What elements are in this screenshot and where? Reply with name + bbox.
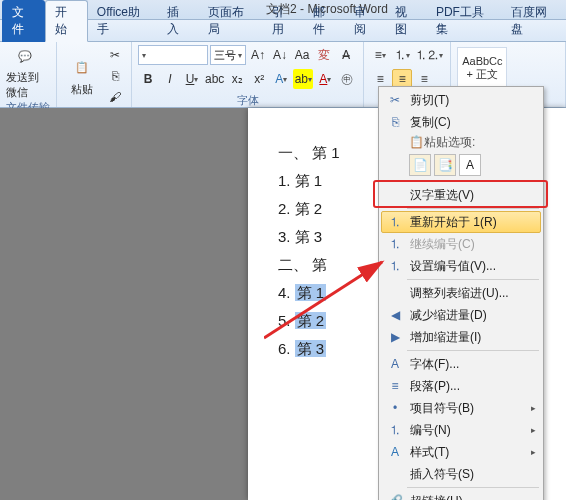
menu-paste-options: 📄 📑 A: [381, 151, 541, 179]
tab-view[interactable]: 视图: [386, 1, 427, 41]
multilevel-icon[interactable]: ⒈⒉▾: [414, 45, 444, 65]
group-clipboard: 📋 粘贴 ✂ ⎘ 🖌 剪贴板: [57, 42, 132, 107]
superscript-button[interactable]: x²: [249, 69, 269, 89]
separator: [407, 350, 539, 351]
menu-set-number-value[interactable]: ⒈设置编号值(V)...: [381, 255, 541, 277]
menu-font[interactable]: A字体(F)...: [381, 353, 541, 375]
paste-icon: 📋: [70, 56, 94, 80]
separator: [407, 487, 539, 488]
copy-icon: ⎘: [386, 113, 404, 131]
group-font: ▾ 三号▾ A↑ A↓ Aa 変 A̶ B I U▾ abc x₂ x² A▾ …: [132, 42, 364, 107]
shrink-font-icon[interactable]: A↓: [270, 45, 290, 65]
menu-insert-symbol[interactable]: 插入符号(S): [381, 463, 541, 485]
tab-baidu[interactable]: 百度网盘: [502, 1, 566, 41]
group-font-label: 字体: [138, 93, 357, 107]
numbering-icon: ⒈: [386, 421, 404, 439]
change-case-icon[interactable]: Aa: [292, 45, 312, 65]
wechat-icon: 💬: [13, 44, 37, 68]
paste-button[interactable]: 📋 粘贴: [63, 56, 101, 97]
menu-hanzi[interactable]: 汉字重选(V): [381, 184, 541, 206]
cut-icon: ✂: [386, 91, 404, 109]
paragraph-icon: ≡: [386, 377, 404, 395]
cut-icon[interactable]: ✂: [105, 45, 125, 65]
send-wechat-label: 发送到微信: [6, 70, 44, 100]
phonetic-icon[interactable]: 変: [314, 45, 334, 65]
restart-icon: ⒈: [386, 213, 404, 231]
separator: [407, 181, 539, 182]
selection: 第 3: [295, 340, 327, 357]
tab-pdf[interactable]: PDF工具集: [427, 1, 502, 41]
menu-increase-indent[interactable]: ▶增加缩进量(I): [381, 326, 541, 348]
tab-home[interactable]: 开始: [45, 0, 88, 42]
send-wechat-button[interactable]: 💬 发送到微信: [6, 44, 44, 100]
tab-review[interactable]: 审阅: [345, 1, 386, 41]
paste-icon: 📋: [409, 135, 424, 149]
bullets-icon[interactable]: ≡▾: [370, 45, 390, 65]
menu-hyperlink[interactable]: 🔗超链接(H)...: [381, 490, 541, 500]
tab-mailings[interactable]: 邮件: [304, 1, 345, 41]
font-name-select[interactable]: ▾: [138, 45, 208, 65]
tab-layout[interactable]: 页面布局: [199, 1, 263, 41]
italic-button[interactable]: I: [160, 69, 180, 89]
tab-file[interactable]: 文件: [2, 0, 45, 42]
menu-paragraph[interactable]: ≡段落(P)...: [381, 375, 541, 397]
subscript-button[interactable]: x₂: [227, 69, 247, 89]
paste-keep-source-icon[interactable]: 📄: [409, 154, 431, 176]
dec-indent-icon: ◀: [386, 306, 404, 324]
selection: 第 1: [295, 284, 327, 301]
clear-format-icon[interactable]: A̶: [336, 45, 356, 65]
ribbon-tabs: 文件 开始 Office助手 插入 页面布局 引用 邮件 审阅 视图 PDF工具…: [0, 20, 566, 42]
style-normal[interactable]: AaBbCc + 正文: [457, 47, 507, 91]
menu-copy[interactable]: ⎘复制(C): [381, 111, 541, 133]
paste-text-only-icon[interactable]: A: [459, 154, 481, 176]
format-painter-icon[interactable]: 🖌: [105, 87, 125, 107]
grow-font-icon[interactable]: A↑: [248, 45, 268, 65]
menu-adjust-indent[interactable]: 调整列表缩进(U)...: [381, 282, 541, 304]
menu-numbering[interactable]: ⒈编号(N)▸: [381, 419, 541, 441]
text-effects-icon[interactable]: A▾: [271, 69, 291, 89]
selection: 第 2: [295, 312, 327, 329]
styles-icon: A: [386, 443, 404, 461]
style-name: + 正文: [467, 67, 498, 82]
numbering-icon[interactable]: ⒈▾: [392, 45, 412, 65]
menu-cut[interactable]: ✂剪切(T): [381, 89, 541, 111]
bold-button[interactable]: B: [138, 69, 158, 89]
setval-icon: ⒈: [386, 257, 404, 275]
paste-label: 粘贴: [71, 82, 93, 97]
style-sample: AaBbCc: [462, 55, 502, 67]
menu-decrease-indent[interactable]: ◀减少缩进量(D): [381, 304, 541, 326]
context-menu: ✂剪切(T) ⎘复制(C) 📋粘贴选项: 📄 📑 A 汉字重选(V) ⒈重新开始…: [378, 86, 544, 500]
menu-continue-numbering: ⒈继续编号(C): [381, 233, 541, 255]
tab-references[interactable]: 引用: [263, 1, 304, 41]
continue-icon: ⒈: [386, 235, 404, 253]
tab-insert[interactable]: 插入: [158, 1, 199, 41]
separator: [407, 208, 539, 209]
copy-icon[interactable]: ⎘: [105, 66, 125, 86]
link-icon: 🔗: [386, 492, 404, 500]
bullets-icon: •: [386, 399, 404, 417]
font-color-icon[interactable]: A▾: [315, 69, 335, 89]
menu-bullets[interactable]: •项目符号(B)▸: [381, 397, 541, 419]
font-size-select[interactable]: 三号▾: [210, 45, 246, 65]
font-icon: A: [386, 355, 404, 373]
tab-officeassist[interactable]: Office助手: [88, 1, 159, 41]
separator: [407, 279, 539, 280]
menu-paste-header: 📋粘贴选项:: [381, 133, 541, 151]
menu-restart-at-1[interactable]: ⒈重新开始于 1(R): [381, 211, 541, 233]
paste-merge-icon[interactable]: 📑: [434, 154, 456, 176]
highlight-icon[interactable]: ab▾: [293, 69, 313, 89]
group-filetransfer: 💬 发送到微信 文件传输: [0, 42, 57, 107]
enclose-char-icon[interactable]: ㊥: [337, 69, 357, 89]
strike-button[interactable]: abc: [204, 69, 225, 89]
underline-button[interactable]: U▾: [182, 69, 202, 89]
inc-indent-icon: ▶: [386, 328, 404, 346]
menu-styles[interactable]: A样式(T)▸: [381, 441, 541, 463]
